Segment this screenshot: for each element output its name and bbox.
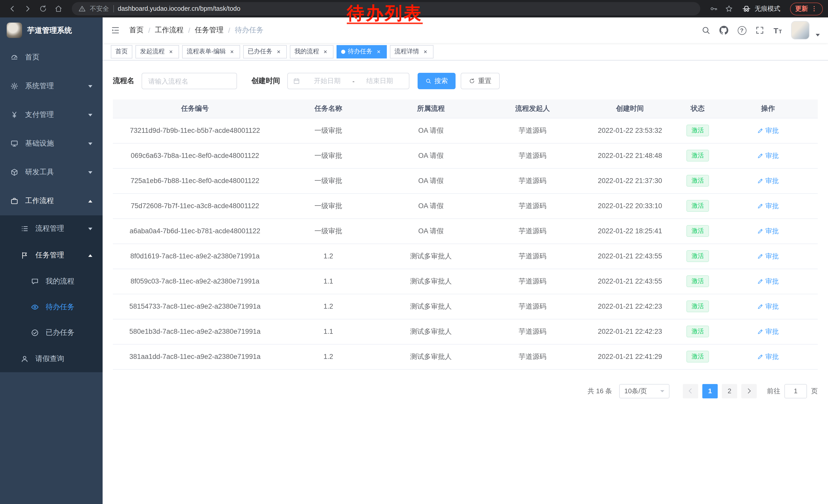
tab[interactable]: 首页 (111, 45, 132, 58)
table-row[interactable]: 58154733-7ac8-11ec-a9e2-a2380e71991a 1.2… (113, 294, 818, 319)
tab-label: 待办任务 (348, 47, 372, 56)
sidebar-item-task-mgmt[interactable]: 任务管理 (0, 242, 102, 269)
breadcrumb-task-mgmt[interactable]: 任务管理 (195, 26, 224, 35)
process-name-label: 流程名 (113, 77, 134, 86)
table-row[interactable]: 8f059c03-7ac8-11ec-a9e2-a2380e71991a 1.1… (113, 269, 818, 294)
cell-create-time: 2022-01-21 22:43:55 (583, 269, 677, 294)
process-name-input[interactable] (141, 73, 237, 89)
sidebar-item-workflow[interactable]: 工作流程 (0, 187, 102, 215)
edit-icon (757, 152, 763, 159)
cell-process: OA 请假 (380, 218, 482, 243)
kebab-menu-icon[interactable] (811, 5, 818, 12)
next-page-button[interactable] (741, 384, 757, 398)
approve-link[interactable]: 审批 (757, 352, 779, 361)
sidebar-item-todo-tasks[interactable]: 待办任务 (0, 294, 102, 320)
tab[interactable]: 我的流程 (290, 45, 333, 58)
reload-icon[interactable] (36, 2, 50, 15)
search-button[interactable]: 搜索 (418, 73, 456, 89)
update-button[interactable]: 更新 (790, 2, 823, 15)
fullscreen-icon[interactable] (753, 24, 767, 37)
page-number-button[interactable]: 1 (702, 384, 718, 398)
date-range-picker[interactable]: 开始日期 - 结束日期 (287, 73, 409, 89)
search-icon[interactable] (699, 24, 713, 37)
page-number-button[interactable]: 2 (722, 384, 737, 398)
approve-link[interactable]: 审批 (757, 302, 779, 311)
goto-page-input[interactable] (784, 384, 807, 398)
breadcrumb-home[interactable]: 首页 (129, 26, 143, 35)
menu-label: 基础设施 (25, 139, 54, 148)
key-icon[interactable] (706, 2, 721, 15)
pagination: 共 16 条 10条/页 1 2 前往 页 (113, 384, 818, 398)
page-size-select[interactable]: 10条/页 (619, 384, 669, 398)
dashboard-icon (10, 53, 18, 61)
font-size-icon[interactable] (771, 24, 784, 37)
url-text[interactable]: dashboard.yudao.iocoder.cn/bpm/task/todo (118, 5, 240, 12)
sidebar-item-home[interactable]: 首页 (0, 43, 102, 72)
check-circle-icon (31, 329, 39, 337)
caret-down-icon[interactable] (816, 34, 820, 36)
table-header-row: 任务编号 任务名称 所属流程 流程发起人 创建时间 状态 操作 (113, 99, 818, 118)
close-icon[interactable] (422, 48, 429, 55)
forward-icon[interactable] (20, 2, 35, 15)
close-icon[interactable] (322, 48, 329, 55)
cell-actions: 审批 (718, 118, 818, 143)
reset-button[interactable]: 重置 (461, 73, 500, 89)
tab[interactable]: 待办任务 (336, 45, 387, 58)
table-row[interactable]: 73211d9d-7b9b-11ec-b5b7-acde48001122 一级审… (113, 118, 818, 143)
table-row[interactable]: 725a1eb6-7b88-11ec-8ef0-acde48001122 一级审… (113, 168, 818, 193)
goto-suffix: 页 (811, 386, 818, 396)
sidebar-toggle-icon[interactable] (111, 26, 120, 35)
cell-starter: 芋道源码 (482, 344, 583, 369)
close-icon[interactable] (228, 48, 236, 55)
sidebar-item-payment[interactable]: 支付管理 (0, 100, 102, 129)
sidebar-item-infra[interactable]: 基础设施 (0, 129, 102, 158)
close-icon[interactable] (275, 48, 282, 55)
approve-link[interactable]: 审批 (757, 176, 779, 185)
help-icon[interactable] (735, 24, 748, 37)
tab[interactable]: 流程详情 (390, 45, 433, 58)
tab[interactable]: 已办任务 (243, 45, 287, 58)
table-row[interactable]: 381aa1dd-7ac8-11ec-a9e2-a2380e71991a 1.2… (113, 344, 818, 369)
close-icon[interactable] (167, 48, 174, 55)
approve-link[interactable]: 审批 (757, 327, 779, 336)
approve-link[interactable]: 审批 (757, 251, 779, 261)
tab[interactable]: 流程表单-编辑 (182, 45, 240, 58)
app-logo[interactable]: 芋道管理系统 (0, 17, 102, 43)
table-row[interactable]: 75d72608-7b7f-11ec-a3c8-acde48001122 一级审… (113, 193, 818, 218)
approve-link[interactable]: 审批 (757, 277, 779, 286)
table-row[interactable]: 8f0d1619-7ac8-11ec-a9e2-a2380e71991a 1.2… (113, 243, 818, 269)
approve-link[interactable]: 审批 (757, 201, 779, 211)
cell-starter: 芋道源码 (482, 269, 583, 294)
table-row[interactable]: 069c6a63-7b8a-11ec-8ef0-acde48001122 一级审… (113, 143, 818, 168)
sidebar-item-done-tasks[interactable]: 已办任务 (0, 320, 102, 346)
sidebar-item-process-mgmt[interactable]: 流程管理 (0, 215, 102, 242)
end-date-placeholder[interactable]: 结束日期 (356, 77, 404, 86)
sidebar-item-devtools[interactable]: 研发工具 (0, 158, 102, 187)
sidebar-item-system[interactable]: 系统管理 (0, 72, 102, 100)
github-icon[interactable] (717, 24, 731, 37)
tab[interactable]: 发起流程 (135, 45, 179, 58)
cell-actions: 审批 (718, 218, 818, 243)
table-row[interactable]: 580e1b3d-7ac8-11ec-a9e2-a2380e71991a 1.1… (113, 319, 818, 344)
tab-label: 流程表单-编辑 (187, 47, 226, 56)
app-title: 芋道管理系统 (27, 26, 72, 35)
sidebar-item-my-process[interactable]: 我的流程 (0, 269, 102, 294)
edit-icon (757, 328, 763, 334)
prev-page-button[interactable] (683, 384, 698, 398)
approve-link-label: 审批 (765, 251, 779, 261)
back-icon[interactable] (5, 2, 19, 15)
approve-link[interactable]: 审批 (757, 226, 779, 236)
approve-link[interactable]: 审批 (757, 126, 779, 135)
chevron-left-icon (689, 388, 694, 394)
security-label[interactable]: 不安全 (90, 4, 109, 13)
approve-link[interactable]: 审批 (757, 151, 779, 160)
table-row[interactable]: a6aba0a4-7b6d-11ec-b781-acde48001122 一级审… (113, 218, 818, 243)
close-icon[interactable] (375, 48, 382, 55)
bookmark-star-icon[interactable] (722, 2, 736, 15)
start-date-placeholder[interactable]: 开始日期 (303, 77, 351, 86)
breadcrumb-workflow[interactable]: 工作流程 (155, 26, 184, 35)
sidebar-item-leave-query[interactable]: 请假查询 (0, 346, 102, 372)
avatar[interactable] (791, 21, 810, 40)
active-dot (341, 49, 345, 54)
home-icon[interactable] (51, 2, 66, 15)
